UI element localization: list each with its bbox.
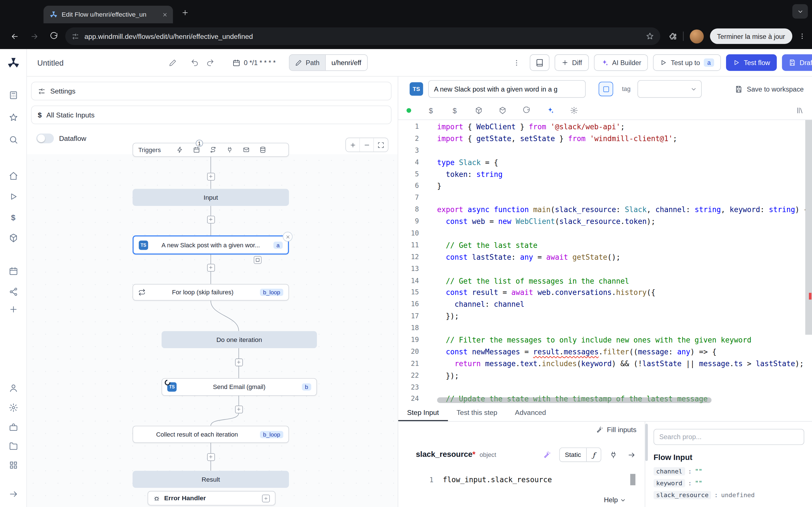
browser-menu-icon[interactable] — [799, 33, 806, 40]
search-icon[interactable] — [7, 133, 19, 146]
tab-advanced[interactable]: Advanced — [506, 404, 555, 421]
avatar[interactable] — [690, 29, 704, 43]
new-tab-button[interactable] — [178, 6, 192, 19]
reload-icon[interactable] — [46, 28, 62, 45]
test-flow-button[interactable]: Test flow — [726, 54, 777, 71]
kafka-icon[interactable] — [259, 147, 266, 153]
result-node[interactable]: Result — [133, 471, 289, 488]
connect-plug-icon[interactable] — [607, 448, 619, 461]
remove-step-icon[interactable] — [283, 232, 293, 242]
workers-icon[interactable] — [7, 421, 19, 434]
settings-row[interactable]: Settings — [31, 82, 391, 100]
packages-icon[interactable] — [498, 106, 506, 114]
fit-view-icon[interactable] — [374, 138, 388, 152]
forloop-node[interactable]: For loop (skip failures) b_loop — [133, 284, 289, 300]
settings-icon[interactable] — [7, 401, 19, 414]
tag-select[interactable] — [637, 80, 702, 98]
input-node[interactable]: Input — [133, 189, 289, 206]
static-mode-label[interactable]: Static — [560, 448, 586, 462]
contextual-variables-icon[interactable]: $ — [451, 106, 459, 114]
variables-icon[interactable]: $ — [7, 211, 19, 223]
resources-icon[interactable] — [474, 106, 483, 114]
browser-tab[interactable]: Edit Flow u/henri/effective_un — [43, 6, 173, 23]
schedule-icon[interactable] — [193, 147, 200, 153]
url-bar[interactable]: app.windmill.dev/flows/edit/u/henri/effe… — [65, 27, 660, 45]
forward-icon[interactable] — [26, 28, 43, 45]
window-chevron-icon[interactable] — [792, 4, 808, 18]
route-icon[interactable] — [209, 147, 216, 153]
resources-icon[interactable] — [7, 232, 19, 244]
collapse-sidebar-icon[interactable] — [7, 488, 19, 500]
expression-editor[interactable]: 1 flow_input.slack_resource — [411, 471, 638, 488]
more-kebab-icon[interactable] — [509, 55, 524, 70]
bookmark-star-icon[interactable] — [645, 32, 654, 40]
create-icon[interactable] — [7, 303, 19, 316]
add-step-button[interactable] — [207, 216, 215, 223]
static-inputs-row[interactable]: $ All Static Inputs — [31, 106, 391, 124]
redo-icon[interactable] — [202, 55, 218, 70]
site-settings-icon[interactable] — [71, 33, 79, 40]
horizontal-scrollbar[interactable] — [437, 397, 711, 403]
email-step-node[interactable]: TS Send Email (gmail) b — [161, 378, 317, 396]
tab-test-this-step[interactable]: Test this step — [448, 404, 506, 421]
prop-row[interactable]: slack_resource:undefined — [654, 489, 804, 501]
fill-inputs-button[interactable]: Fill inputs — [596, 426, 637, 434]
docs-button[interactable] — [529, 54, 549, 71]
triggers-node[interactable]: Triggers 1 — [133, 143, 289, 157]
users-icon[interactable] — [7, 382, 19, 394]
search-prop-input[interactable] — [654, 429, 804, 445]
back-icon[interactable] — [6, 28, 23, 45]
add-step-button[interactable] — [207, 453, 215, 461]
add-step-button[interactable] — [235, 405, 243, 413]
apps-icon[interactable] — [7, 89, 19, 101]
webhook-icon[interactable] — [176, 147, 183, 153]
flows-icon[interactable] — [7, 286, 19, 298]
email-trigger-icon[interactable] — [243, 147, 250, 153]
zoom-out-icon[interactable] — [360, 138, 374, 152]
insert-arrow-icon[interactable] — [625, 448, 638, 461]
ai-fill-wand-icon[interactable] — [541, 448, 553, 461]
add-error-handler-icon[interactable] — [262, 494, 270, 502]
input-mode-toggle[interactable]: Static ƒ — [559, 448, 601, 462]
draft-button[interactable]: Draft — [782, 54, 812, 71]
expression-mode-icon[interactable]: ƒ — [586, 448, 601, 462]
browser-update-button[interactable]: Terminer la mise à jour — [710, 29, 792, 44]
collect-node[interactable]: Collect result of each iteration b_loop — [133, 426, 289, 443]
test-up-to-button[interactable]: Test up to a — [653, 54, 721, 71]
extensions-icon[interactable] — [668, 32, 676, 40]
flow-name[interactable]: Untitled — [37, 58, 63, 67]
prop-row[interactable]: keyword:"" — [654, 477, 804, 489]
folders-icon[interactable] — [7, 440, 19, 452]
library-icon[interactable] — [795, 106, 804, 114]
step-summary-input[interactable] — [428, 80, 586, 98]
add-step-button[interactable] — [207, 173, 215, 180]
edit-name-pencil-icon[interactable] — [165, 55, 181, 70]
ai-builder-button[interactable]: AI Builder — [594, 54, 648, 71]
iteration-node[interactable]: Do one iteration — [161, 331, 317, 348]
expand-editor-button[interactable] — [599, 82, 613, 96]
editor-settings-icon[interactable] — [569, 106, 578, 114]
windmill-logo[interactable] — [7, 57, 19, 69]
code-editor[interactable]: 1import { WebClient } from '@slack/web-a… — [398, 120, 812, 404]
help-link[interactable]: Help — [604, 496, 626, 504]
websocket-icon[interactable] — [226, 147, 233, 153]
save-to-workspace-button[interactable]: Save to workspace — [735, 85, 804, 93]
panel-scrollbar[interactable] — [645, 424, 648, 461]
reset-icon[interactable] — [522, 106, 530, 114]
add-step-button[interactable] — [235, 358, 243, 366]
schedule-control[interactable]: 0 */1 * * * * — [232, 59, 275, 66]
tab-close-icon[interactable] — [160, 10, 168, 18]
apps-grid-icon[interactable] — [7, 459, 19, 471]
error-handler-node[interactable]: Error Handler — [147, 491, 275, 505]
undo-icon[interactable] — [187, 55, 202, 70]
schedules-icon[interactable] — [7, 265, 19, 277]
slack-step-node[interactable]: TS A new Slack post with a given wor... … — [133, 235, 289, 255]
add-step-button[interactable] — [207, 264, 215, 272]
stop-after-step-button[interactable] — [254, 256, 262, 264]
vertical-scrollbar[interactable] — [805, 120, 812, 404]
path-control[interactable]: Path u/henri/eff — [289, 54, 367, 71]
home-icon[interactable] — [7, 170, 19, 182]
prop-row[interactable]: channel:"" — [654, 465, 804, 477]
dataflow-toggle[interactable] — [36, 133, 54, 143]
runs-icon[interactable] — [7, 190, 19, 203]
